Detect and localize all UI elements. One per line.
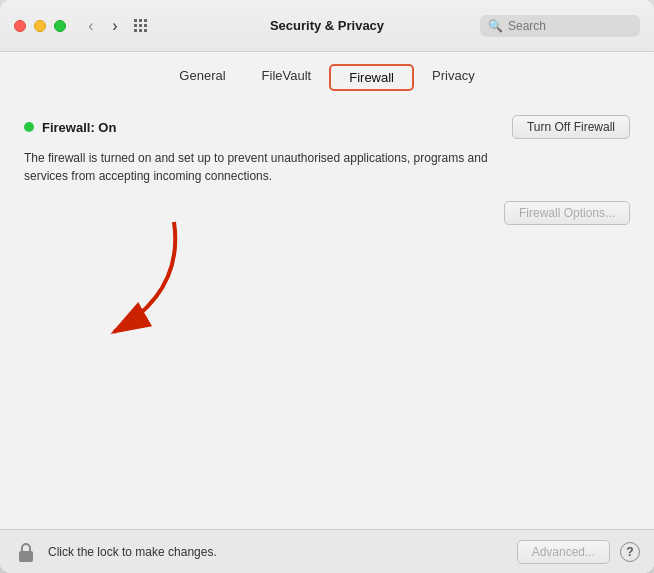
nav-buttons: ‹ › — [82, 17, 124, 35]
search-bar[interactable]: 🔍 — [480, 15, 640, 37]
tab-general[interactable]: General — [161, 64, 243, 91]
advanced-button[interactable]: Advanced... — [517, 540, 610, 564]
close-button[interactable] — [14, 20, 26, 32]
minimize-button[interactable] — [34, 20, 46, 32]
traffic-lights — [14, 20, 66, 32]
red-arrow-annotation — [84, 212, 204, 355]
bottom-right-controls: Advanced... ? — [517, 540, 640, 564]
search-icon: 🔍 — [488, 19, 503, 33]
app-grid-icon[interactable] — [134, 19, 148, 33]
arrow-area — [24, 225, 630, 385]
firewall-status-row: Firewall: On Turn Off Firewall — [24, 115, 630, 139]
help-button[interactable]: ? — [620, 542, 640, 562]
status-indicator — [24, 122, 34, 132]
turn-off-firewall-button[interactable]: Turn Off Firewall — [512, 115, 630, 139]
tab-firewall[interactable]: Firewall — [329, 64, 414, 91]
lock-icon[interactable] — [14, 540, 38, 564]
lock-text: Click the lock to make changes. — [48, 545, 217, 559]
tabs-bar: General FileVault Firewall Privacy — [0, 52, 654, 99]
firewall-options-button[interactable]: Firewall Options... — [504, 201, 630, 225]
firewall-description: The firewall is turned on and set up to … — [24, 149, 504, 185]
firewall-status-label: Firewall: On — [42, 120, 116, 135]
content-area: Firewall: On Turn Off Firewall The firew… — [0, 99, 654, 529]
bottom-bar: Click the lock to make changes. Advanced… — [0, 529, 654, 573]
back-button[interactable]: ‹ — [82, 17, 100, 35]
window-title: Security & Privacy — [270, 18, 384, 33]
tab-privacy[interactable]: Privacy — [414, 64, 493, 91]
search-input[interactable] — [508, 19, 632, 33]
maximize-button[interactable] — [54, 20, 66, 32]
title-bar: ‹ › Security & Privacy 🔍 — [0, 0, 654, 52]
tab-filevault[interactable]: FileVault — [244, 64, 330, 91]
main-window: ‹ › Security & Privacy 🔍 General FileVau… — [0, 0, 654, 573]
svg-rect-1 — [19, 551, 33, 562]
forward-button[interactable]: › — [106, 17, 124, 35]
